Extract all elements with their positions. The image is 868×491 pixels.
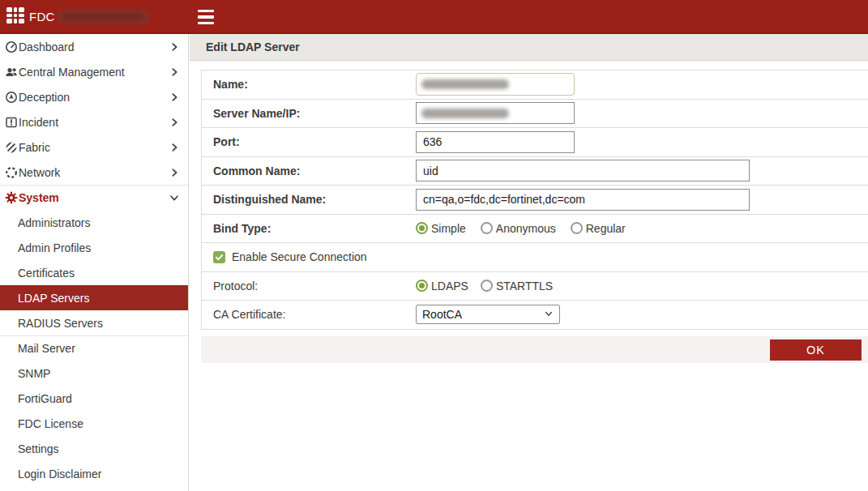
distinguished-name-label: Distinguished Name: [213,193,416,206]
chevron-right-icon [169,167,180,178]
bind-type-radio-simple[interactable] [416,222,428,234]
sidebar-item-radius-servers[interactable]: RADIUS Servers [0,310,188,335]
sidebar-item-label: Dashboard [19,41,75,53]
sidebar-item-label: Incident [19,116,58,129]
chevron-down-icon [544,308,554,321]
form-row-distinguished-name: Distinguished Name: [202,186,868,215]
bind-type-option-label[interactable]: Anonymous [496,222,556,235]
sidebar-item-network[interactable]: Network [0,160,188,185]
sidebar-item-label: System [19,191,59,204]
fortinet-grid-logo [6,7,24,25]
name-input[interactable] [416,73,575,96]
common-name-label: Common Name: [213,164,416,177]
form-row-common-name: Common Name: [202,157,868,186]
port-input[interactable] [416,131,575,153]
form-row-bind-type: Bind Type: Simple Anonymous Regular [202,215,868,244]
sidebar-item-incident[interactable]: Incident [0,109,188,134]
sidebar: Dashboard Central Management Deception [0,34,189,491]
sidebar-item-login-disclaimer[interactable]: Login Disclaimer [0,461,188,486]
name-label: Name: [213,78,416,91]
enable-secure-connection-checkbox[interactable] [213,251,225,263]
sidebar-item-label: Fabric [19,141,50,154]
form-row-ca-certificate: CA Certificate: RootCA [202,301,868,330]
chevron-right-icon [169,142,180,153]
protocol-option-label[interactable]: STARTTLS [496,280,553,292]
sidebar-item-deception[interactable]: Deception [0,84,188,109]
incident-alert-icon [5,116,18,129]
form-row-server: Server Name/IP: [202,100,868,129]
sidebar-item-admin-profiles[interactable]: Admin Profiles [0,235,188,260]
sidebar-item-administrators[interactable]: Administrators [0,210,188,235]
chevron-right-icon [169,41,180,53]
sidebar-item-settings[interactable]: Settings [0,436,188,461]
form-row-name: Name: [202,70,868,100]
gauge-icon [5,41,18,53]
page-title: Edit LDAP Server [206,41,300,53]
sidebar-item-central-management[interactable]: Central Management [0,59,188,84]
sidebar-item-fdc-license[interactable]: FDC License [0,411,188,436]
chevron-right-icon [169,92,180,103]
gear-icon [5,191,18,204]
ldap-form: Name: Server Name/IP: Port: Common Name: [201,70,868,330]
chevron-right-icon [169,66,180,78]
form-row-port: Port: [202,128,868,157]
deception-target-icon [5,91,18,104]
form-row-protocol: Protocol: LDAPS STARTTLS [202,272,868,301]
bind-type-option-label[interactable]: Simple [431,222,466,235]
sidebar-item-snmp[interactable]: SNMP [0,361,188,386]
form-footer: OK [201,336,868,363]
users-icon [5,66,18,79]
content-header: Edit LDAP Server [190,34,868,61]
sidebar-item-label: Network [19,166,60,179]
topbar: FDC [0,0,868,34]
protocol-radio-starttls[interactable] [481,280,493,292]
sidebar-item-dashboard[interactable]: Dashboard [0,34,188,59]
protocol-label: Protocol: [213,280,416,292]
secure-connection-label[interactable]: Enable Secure Connection [232,250,367,263]
chevron-down-icon [169,192,180,203]
ca-certificate-label: CA Certificate: [213,308,416,321]
ca-certificate-select[interactable]: RootCA [416,305,560,324]
port-label: Port: [213,135,416,148]
brand-label: FDC [29,10,55,23]
app-window: FDC Dashboard Central Management [0,0,868,491]
sidebar-item-system[interactable]: System [0,185,188,210]
sidebar-item-fortiguard[interactable]: FortiGuard [0,386,188,411]
common-name-input[interactable] [416,160,750,181]
sidebar-item-label: Deception [19,91,70,104]
hamburger-icon[interactable] [198,10,214,24]
network-icon [5,166,18,179]
sidebar-item-fabric[interactable]: Fabric [0,134,188,160]
sidebar-item-mail-server[interactable]: Mail Server [0,335,188,361]
server-label: Server Name/IP: [213,107,416,120]
protocol-radio-ldaps[interactable] [416,280,428,292]
server-name-ip-input[interactable] [416,102,575,124]
ca-certificate-value: RootCA [422,308,462,321]
protocol-option-label[interactable]: LDAPS [431,280,468,292]
bind-type-radio-anonymous[interactable] [481,222,493,234]
ok-button[interactable]: OK [770,339,862,361]
fabric-icon [5,141,18,154]
sidebar-item-ldap-servers[interactable]: LDAP Servers [0,285,188,310]
chevron-right-icon [169,117,180,128]
distinguished-name-input[interactable] [416,189,750,211]
sidebar-item-certificates[interactable]: Certificates [0,260,188,285]
redacted-hostname [58,11,149,23]
form-row-secure-connection: Enable Secure Connection [202,243,868,272]
sidebar-item-label: Central Management [19,66,125,79]
bind-type-radio-regular[interactable] [571,222,583,234]
bind-type-label: Bind Type: [213,222,416,235]
bind-type-option-label[interactable]: Regular [586,222,626,235]
